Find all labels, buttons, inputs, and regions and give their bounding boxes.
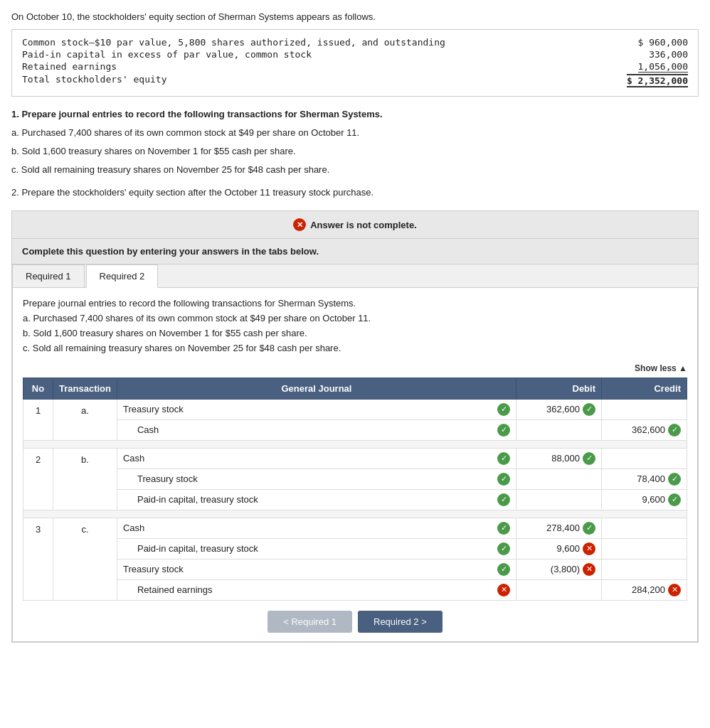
- q1a: a. Purchased 7,400 shares of its own com…: [11, 125, 699, 141]
- table-row: Retained earnings ✕ 284,200 ✕: [23, 579, 687, 600]
- answer-header: ✕ Answer is not complete.: [12, 211, 698, 239]
- debit-9600-3[interactable]: 9,600 ✕: [516, 538, 602, 559]
- no-1: 1: [23, 399, 53, 440]
- check-icon-green: ✓: [583, 403, 595, 416]
- q2-label: 2. Prepare the stockholders' equity sect…: [11, 185, 699, 200]
- check-icon-red: ✕: [583, 563, 595, 576]
- entry-treasury-stock-2[interactable]: Treasury stock ✓: [117, 469, 516, 489]
- check-icon-green: ✓: [497, 473, 510, 486]
- check-icon-green: ✓: [497, 542, 510, 555]
- prev-button[interactable]: < Required 1: [267, 611, 352, 633]
- credit-9600[interactable]: 9,600 ✓: [602, 489, 687, 510]
- tab-instructions-a: a. Purchased 7,400 shares of its own com…: [23, 311, 687, 326]
- check-icon-green: ✓: [583, 452, 595, 465]
- q1-label: 1. Prepare journal entries to record the…: [11, 107, 699, 122]
- check-icon-green: ✓: [583, 522, 595, 535]
- credit-78400[interactable]: 78,400 ✓: [602, 469, 687, 489]
- check-icon-green: ✓: [497, 522, 510, 535]
- tab-content: Prepare journal entries to record the fo…: [12, 288, 698, 641]
- tab-required2[interactable]: Required 2: [86, 264, 159, 288]
- table-row: 3 c. Cash ✓ 278,400 ✓: [23, 518, 687, 538]
- check-icon-green: ✓: [497, 493, 510, 506]
- equity-row-common: Common stock—$10 par value, 5,800 shares…: [22, 37, 688, 48]
- no-3: 3: [23, 518, 53, 600]
- not-complete-text: Answer is not complete.: [310, 220, 417, 230]
- equity-amount-common: $ 960,000: [638, 37, 688, 48]
- trans-b: b.: [53, 448, 117, 510]
- credit-empty-3b[interactable]: [602, 538, 687, 559]
- check-icon-green: ✓: [497, 424, 510, 437]
- check-icon-green: ✓: [497, 403, 510, 416]
- equity-label-paidin: Paid-in capital in excess of par value, …: [22, 49, 312, 60]
- tab-instructions-line1: Prepare journal entries to record the fo…: [23, 296, 687, 311]
- table-row: 1 a. Treasury stock ✓ 362,600 ✓: [23, 399, 687, 419]
- table-row: Cash ✓ 362,600 ✓: [23, 419, 687, 440]
- credit-362600[interactable]: 362,600 ✓: [602, 419, 687, 440]
- table-header-row: No Transaction General Journal Debit Cre…: [23, 378, 687, 399]
- tab-instructions: Prepare journal entries to record the fo…: [23, 296, 687, 355]
- entry-cash-1[interactable]: Cash ✓: [117, 419, 516, 440]
- check-icon-green: ✓: [497, 563, 510, 576]
- equity-row-paidin: Paid-in capital in excess of par value, …: [22, 49, 688, 60]
- equity-amount-paidin: 336,000: [649, 49, 688, 60]
- credit-empty-3c[interactable]: [602, 559, 687, 579]
- not-complete-icon: ✕: [293, 218, 306, 231]
- entry-cash-2[interactable]: Cash ✓: [117, 448, 516, 469]
- equity-section: Common stock—$10 par value, 5,800 shares…: [11, 29, 699, 97]
- check-icon-red: ✕: [583, 542, 595, 555]
- check-icon-green: ✓: [668, 493, 681, 506]
- col-transaction: Transaction: [53, 378, 117, 399]
- tab-instructions-c: c. Sold all remaining treasury shares on…: [23, 341, 687, 356]
- table-row: 2 b. Cash ✓ 88,000 ✓: [23, 448, 687, 469]
- trans-c: c.: [53, 518, 117, 600]
- tab-required1[interactable]: Required 1: [12, 264, 85, 287]
- entry-treasury-stock-3[interactable]: Treasury stock ✓: [117, 559, 516, 579]
- check-icon-green: ✓: [668, 473, 681, 486]
- tab-instructions-b: b. Sold 1,600 treasury shares on Novembe…: [23, 326, 687, 341]
- debit-88000[interactable]: 88,000 ✓: [516, 448, 602, 469]
- trans-a: a.: [53, 399, 117, 440]
- debit-empty-2b[interactable]: [516, 469, 602, 489]
- debit-empty-2c[interactable]: [516, 489, 602, 510]
- debit-3800[interactable]: (3,800) ✕: [516, 559, 602, 579]
- credit-284200[interactable]: 284,200 ✕: [602, 579, 687, 600]
- nav-buttons: < Required 1 Required 2 >: [23, 611, 687, 633]
- show-less[interactable]: Show less ▲: [23, 363, 687, 373]
- entry-paidin-ts-3[interactable]: Paid-in capital, treasury stock ✓: [117, 538, 516, 559]
- debit-278400[interactable]: 278,400 ✓: [516, 518, 602, 538]
- answer-instruction: Complete this question by entering your …: [12, 239, 698, 264]
- table-row: Treasury stock ✓ (3,800) ✕: [23, 559, 687, 579]
- row-separator: [23, 440, 687, 448]
- credit-empty-3a[interactable]: [602, 518, 687, 538]
- equity-label-retained: Retained earnings: [22, 61, 117, 73]
- check-icon-red: ✕: [668, 584, 681, 596]
- tabs-row: Required 1 Required 2: [12, 264, 698, 288]
- next-button[interactable]: Required 2 >: [358, 611, 443, 633]
- q1c: c. Sold all remaining treasury shares on…: [11, 162, 699, 178]
- table-row: Treasury stock ✓ 78,400 ✓: [23, 469, 687, 489]
- debit-362600[interactable]: 362,600 ✓: [516, 399, 602, 419]
- row-separator: [23, 510, 687, 518]
- journal-table: No Transaction General Journal Debit Cre…: [23, 378, 687, 601]
- answer-box: ✕ Answer is not complete. Complete this …: [11, 210, 699, 642]
- questions-section: 1. Prepare journal entries to record the…: [11, 107, 699, 200]
- check-icon-green: ✓: [668, 424, 681, 437]
- col-general-journal: General Journal: [117, 378, 516, 399]
- equity-row-retained: Retained earnings 1,056,000: [22, 61, 688, 73]
- equity-row-total: Total stockholders' equity $ 2,352,000: [22, 74, 688, 87]
- entry-retained-3[interactable]: Retained earnings ✕: [117, 579, 516, 600]
- debit-empty-3d[interactable]: [516, 579, 602, 600]
- equity-amount-total: $ 2,352,000: [627, 74, 688, 87]
- credit-empty-2a[interactable]: [602, 448, 687, 469]
- debit-empty-1b[interactable]: [516, 419, 602, 440]
- entry-treasury-stock[interactable]: Treasury stock ✓: [117, 399, 516, 419]
- entry-cash-3[interactable]: Cash ✓: [117, 518, 516, 538]
- equity-label-common: Common stock—$10 par value, 5,800 shares…: [22, 37, 445, 48]
- check-icon-green: ✓: [497, 452, 510, 465]
- col-credit: Credit: [602, 378, 687, 399]
- credit-empty-1a[interactable]: [602, 399, 687, 419]
- entry-paidin-ts-2[interactable]: Paid-in capital, treasury stock ✓: [117, 489, 516, 510]
- col-debit: Debit: [516, 378, 602, 399]
- table-row: Paid-in capital, treasury stock ✓ 9,600 …: [23, 489, 687, 510]
- table-row: Paid-in capital, treasury stock ✓ 9,600 …: [23, 538, 687, 559]
